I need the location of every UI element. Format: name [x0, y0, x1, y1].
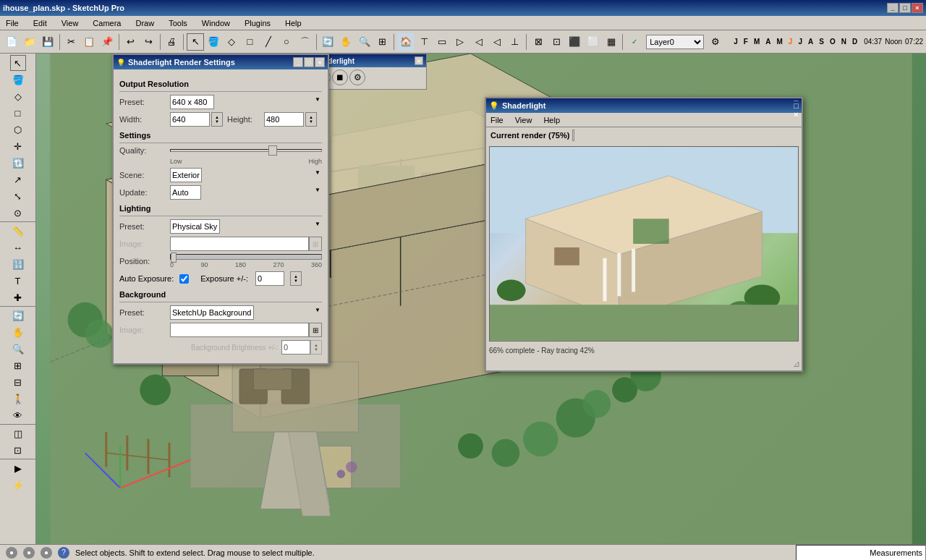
line-tool[interactable]: ╱: [260, 33, 276, 51]
front-view[interactable]: ▭: [434, 33, 451, 51]
menu-view[interactable]: View: [59, 17, 82, 29]
layer-check[interactable]: ✓: [626, 33, 643, 51]
left-zoom[interactable]: 🔍: [10, 341, 26, 357]
left-dim[interactable]: ↔: [10, 239, 26, 255]
circle-tool[interactable]: ○: [278, 33, 294, 51]
minimize-button[interactable]: _: [887, 3, 899, 13]
rect-tool[interactable]: □: [242, 33, 258, 51]
new-button[interactable]: 📄: [3, 33, 20, 51]
left-follow[interactable]: ↗: [10, 171, 26, 187]
menu-tools[interactable]: Tools: [166, 17, 190, 29]
right-view[interactable]: ▷: [452, 33, 469, 51]
rs-minimize[interactable]: _: [293, 57, 303, 67]
exposure-spinner[interactable]: ▲ ▼: [290, 271, 302, 286]
month-m2[interactable]: M: [775, 37, 785, 46]
left-push[interactable]: ⬡: [10, 122, 26, 137]
render-settings-button[interactable]: ⚙: [349, 69, 365, 85]
left-shaderlight2[interactable]: ⚡: [10, 477, 26, 493]
orbit-tool[interactable]: 🔄: [320, 33, 336, 51]
month-f[interactable]: F: [742, 37, 750, 46]
quality-slider-track[interactable]: [170, 149, 322, 152]
back-view[interactable]: ◁: [470, 33, 487, 51]
layer-select[interactable]: Layer0: [646, 35, 704, 49]
left-section2[interactable]: ⊡: [10, 442, 26, 458]
left-rotate[interactable]: 🔃: [10, 155, 26, 171]
left-erase[interactable]: ◇: [10, 88, 26, 104]
month-a1[interactable]: A: [763, 37, 773, 46]
month-j1[interactable]: J: [731, 37, 740, 46]
paste-button[interactable]: 📌: [99, 33, 116, 51]
height-spinner[interactable]: ▲ ▼: [305, 112, 317, 127]
sr-maximize[interactable]: □: [794, 101, 799, 110]
maximize-button[interactable]: □: [899, 3, 911, 13]
left-zoom-prev[interactable]: ⊟: [10, 374, 26, 390]
shaderlight-toolbar-close[interactable]: ×: [415, 56, 423, 65]
zoom-extent[interactable]: ⊞: [374, 33, 391, 51]
zoom-tool[interactable]: 🔍: [356, 33, 373, 51]
left-look[interactable]: 👁: [10, 407, 26, 423]
status-circle-2[interactable]: ●: [23, 547, 35, 559]
status-help-icon[interactable]: ?: [58, 547, 69, 559]
rs-maximize[interactable]: □: [304, 57, 314, 67]
lighting-image-browse[interactable]: ⊞: [309, 237, 322, 251]
arc-tool[interactable]: ⌒: [296, 33, 313, 51]
left-orbit[interactable]: 🔄: [10, 307, 26, 323]
left-section[interactable]: ◫: [10, 425, 26, 441]
redo-button[interactable]: ↪: [140, 33, 157, 51]
lighting-image-input[interactable]: [170, 237, 309, 251]
left-text[interactable]: T: [10, 273, 26, 289]
title-controls[interactable]: _ □ ×: [887, 3, 923, 13]
bg-image-browse[interactable]: ⊞: [309, 323, 322, 337]
left-offset[interactable]: ⊙: [10, 205, 26, 221]
left-tape[interactable]: 📏: [10, 223, 26, 239]
left-move[interactable]: ✛: [10, 138, 26, 154]
iso-view[interactable]: 🏠: [397, 33, 414, 51]
scene-select[interactable]: Exterior Interior Custom: [170, 168, 202, 182]
month-o[interactable]: O: [828, 37, 838, 46]
bg-preset-select[interactable]: SketchUp Background Custom Color Image: [170, 305, 254, 320]
render-stop-button[interactable]: ⏹: [332, 69, 348, 85]
print-button[interactable]: 🖨: [163, 33, 180, 51]
width-input[interactable]: [170, 112, 210, 127]
open-button[interactable]: 📁: [21, 33, 38, 51]
left-axes[interactable]: ✚: [10, 289, 26, 305]
bottom-view[interactable]: ⊥: [506, 33, 523, 51]
resize-handle[interactable]: ⊿: [793, 359, 800, 369]
menu-plugins[interactable]: Plugins: [242, 17, 273, 29]
copy-button[interactable]: 📋: [81, 33, 98, 51]
width-spinner[interactable]: ▲ ▼: [211, 112, 223, 127]
menu-window[interactable]: Window: [199, 17, 233, 29]
textured-view[interactable]: ▦: [603, 33, 619, 51]
left-proto[interactable]: 🔢: [10, 256, 26, 272]
month-n[interactable]: N: [839, 37, 849, 46]
month-d[interactable]: D: [850, 37, 859, 46]
update-select[interactable]: Auto Manual: [170, 185, 201, 200]
rs-close[interactable]: ×: [315, 57, 325, 67]
position-slider-track[interactable]: [170, 254, 322, 260]
left-rect[interactable]: □: [10, 105, 26, 121]
erase-tool[interactable]: ◇: [224, 33, 240, 51]
bg-image-input[interactable]: [170, 323, 309, 337]
undo-button[interactable]: ↩: [122, 33, 139, 51]
left-zoom-window[interactable]: ⊞: [10, 357, 26, 373]
height-input[interactable]: [264, 112, 304, 127]
paint-tool[interactable]: 🪣: [205, 33, 222, 51]
sr-menu-help[interactable]: Help: [542, 116, 561, 124]
lighting-preset-select[interactable]: Physical Sky Artificial Custom: [170, 219, 220, 234]
cut-button[interactable]: ✂: [62, 33, 79, 51]
month-m1[interactable]: M: [752, 37, 762, 46]
month-j2[interactable]: J: [786, 37, 795, 46]
menu-file[interactable]: File: [3, 17, 22, 29]
left-walk[interactable]: 🚶: [10, 391, 26, 407]
left-select[interactable]: ↖: [10, 55, 26, 71]
pan-tool[interactable]: ✋: [338, 33, 354, 51]
sr-menu-file[interactable]: File: [489, 116, 505, 124]
month-s[interactable]: S: [817, 37, 826, 46]
menu-edit[interactable]: Edit: [30, 17, 50, 29]
shaded-view[interactable]: ⬜: [585, 33, 601, 51]
bg-brightness-input[interactable]: [281, 340, 310, 355]
month-j3[interactable]: J: [796, 37, 804, 46]
xray-view[interactable]: ⊠: [530, 33, 546, 51]
preset-select[interactable]: 640 x 480 800 x 600 1024 x 768 Custom: [170, 95, 214, 109]
solid-view[interactable]: ⬛: [566, 33, 583, 51]
